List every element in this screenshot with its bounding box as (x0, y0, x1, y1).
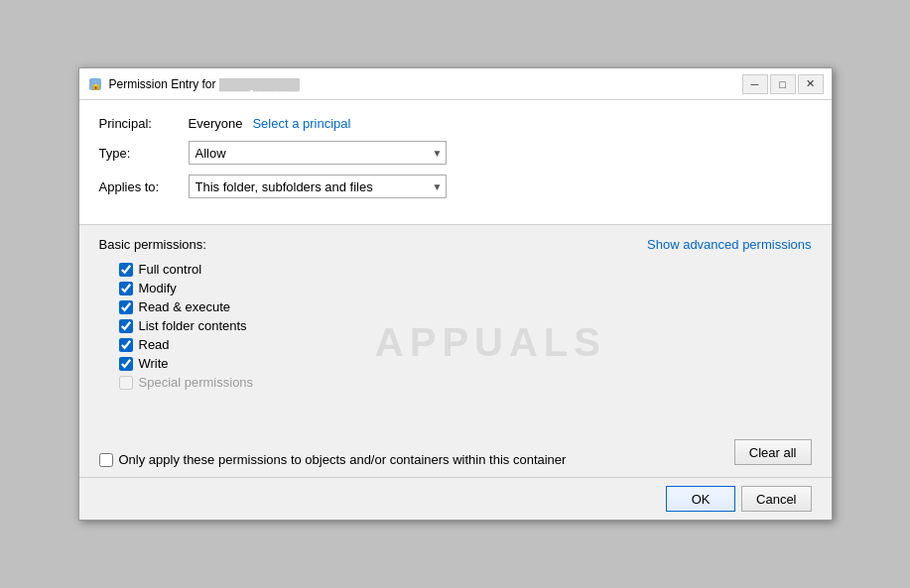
permissions-list: Full control Modify Read & execute List … (119, 262, 812, 390)
read-execute-checkbox[interactable] (119, 300, 133, 314)
list-folder-label: List folder contents (139, 318, 247, 333)
title-text: Permission Entry for ████ ██████ (109, 77, 300, 91)
applies-to-select-wrapper: This folder, subfolders and files This f… (189, 175, 447, 198)
only-apply-label: Only apply these permissions to objects … (119, 452, 567, 467)
footer: OK Cancel (79, 477, 832, 520)
dialog-icon: 🔒 (87, 76, 103, 92)
permission-item-full-control: Full control (119, 262, 812, 277)
bottom-controls: Only apply these permissions to objects … (99, 452, 812, 465)
special-label: Special permissions (139, 375, 254, 390)
read-checkbox[interactable] (119, 338, 133, 352)
permission-item-modify: Modify (119, 281, 812, 295)
main-content: Principal: Everyone Select a principal T… (79, 100, 832, 224)
principal-row: Principal: Everyone Select a principal (99, 116, 812, 131)
permission-entry-dialog: 🔒 Permission Entry for ████ ██████ ─ □ ✕… (78, 67, 833, 521)
select-principal-link[interactable]: Select a principal (252, 116, 350, 131)
permissions-title: Basic permissions: (99, 237, 206, 252)
permission-item-special: Special permissions (119, 375, 812, 390)
title-bar: 🔒 Permission Entry for ████ ██████ ─ □ ✕ (79, 68, 832, 100)
permissions-header: Basic permissions: Show advanced permiss… (99, 237, 812, 252)
permission-item-read: Read (119, 337, 812, 352)
type-select[interactable]: Allow Deny (189, 141, 447, 165)
type-select-wrapper: Allow Deny ▼ (189, 141, 447, 165)
ok-button[interactable]: OK (666, 486, 735, 512)
close-button[interactable]: ✕ (798, 74, 824, 94)
list-folder-checkbox[interactable] (119, 319, 133, 333)
permission-item-list-folder: List folder contents (119, 318, 812, 333)
type-label: Type: (99, 146, 189, 161)
applies-to-label: Applies to: (99, 179, 189, 194)
modify-checkbox[interactable] (119, 282, 133, 295)
special-checkbox (119, 376, 133, 390)
svg-text:🔒: 🔒 (89, 79, 101, 91)
write-checkbox[interactable] (119, 357, 133, 371)
applies-to-row: Applies to: This folder, subfolders and … (99, 175, 812, 198)
permissions-section: Basic permissions: Show advanced permiss… (79, 224, 832, 477)
cancel-button[interactable]: Cancel (741, 486, 811, 512)
read-execute-label: Read & execute (139, 299, 231, 314)
full-control-label: Full control (139, 262, 202, 277)
permission-item-write: Write (119, 356, 812, 371)
principal-label: Principal: (99, 116, 189, 131)
full-control-checkbox[interactable] (119, 263, 133, 277)
title-controls: ─ □ ✕ (742, 74, 824, 94)
applies-to-select[interactable]: This folder, subfolders and files This f… (189, 175, 447, 198)
principal-value: Everyone (189, 116, 243, 131)
show-advanced-link[interactable]: Show advanced permissions (647, 237, 811, 252)
type-row: Type: Allow Deny ▼ (99, 141, 812, 165)
permission-item-read-execute: Read & execute (119, 299, 812, 314)
only-apply-checkbox[interactable] (99, 453, 113, 467)
title-bar-left: 🔒 Permission Entry for ████ ██████ (87, 76, 300, 92)
permissions-container: APPUALS Full control Modify Read & execu… (99, 262, 812, 440)
clear-all-button[interactable]: Clear all (734, 439, 812, 465)
minimize-button[interactable]: ─ (742, 74, 768, 94)
maximize-button[interactable]: □ (770, 74, 796, 94)
modify-label: Modify (139, 281, 177, 295)
read-label: Read (139, 337, 170, 352)
write-label: Write (139, 356, 169, 371)
